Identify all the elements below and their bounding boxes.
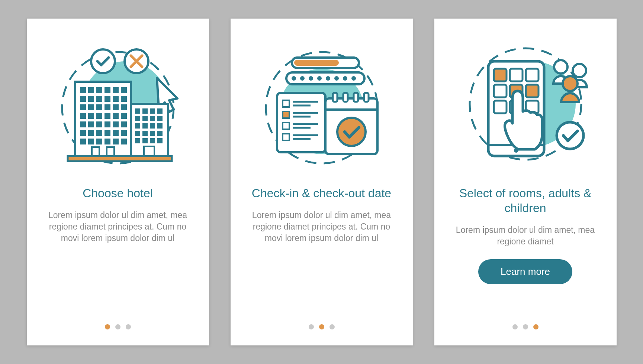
svg-rect-9 bbox=[105, 87, 110, 93]
svg-rect-65 bbox=[150, 131, 155, 136]
svg-rect-25 bbox=[88, 113, 94, 119]
svg-rect-64 bbox=[142, 131, 148, 136]
learn-more-button[interactable]: Learn more bbox=[478, 259, 572, 284]
svg-point-108 bbox=[573, 64, 586, 77]
svg-rect-61 bbox=[150, 123, 155, 129]
svg-rect-63 bbox=[135, 131, 140, 136]
svg-rect-103 bbox=[364, 93, 369, 102]
svg-rect-6 bbox=[80, 87, 86, 93]
page-dots bbox=[512, 324, 538, 332]
svg-rect-48 bbox=[92, 147, 99, 156]
svg-point-122 bbox=[557, 122, 583, 149]
svg-rect-38 bbox=[96, 130, 102, 136]
svg-rect-56 bbox=[142, 116, 148, 121]
svg-rect-28 bbox=[113, 113, 119, 119]
svg-rect-12 bbox=[80, 96, 86, 102]
svg-rect-40 bbox=[113, 130, 119, 136]
svg-rect-100 bbox=[333, 93, 337, 102]
svg-rect-95 bbox=[283, 134, 289, 140]
calendar-checkin-icon bbox=[251, 33, 392, 175]
svg-rect-114 bbox=[510, 69, 523, 81]
svg-rect-53 bbox=[150, 108, 155, 114]
phone-select-icon bbox=[455, 33, 596, 175]
dot-2[interactable] bbox=[319, 324, 324, 329]
svg-rect-113 bbox=[494, 69, 507, 81]
onboarding-card-1: Choose hotel Lorem ipsum dolor ul dim am… bbox=[27, 19, 209, 345]
hotel-buildings-icon bbox=[47, 33, 189, 175]
svg-rect-15 bbox=[105, 96, 110, 102]
svg-rect-51 bbox=[135, 108, 140, 114]
dot-1[interactable] bbox=[105, 324, 110, 329]
svg-rect-27 bbox=[105, 113, 110, 119]
card-title: Check-in & check-out date bbox=[252, 186, 391, 201]
svg-rect-92 bbox=[283, 123, 289, 129]
svg-rect-20 bbox=[96, 104, 102, 110]
svg-rect-101 bbox=[343, 93, 348, 102]
svg-rect-46 bbox=[113, 139, 119, 144]
svg-rect-119 bbox=[494, 101, 507, 113]
svg-rect-21 bbox=[105, 104, 110, 110]
svg-rect-58 bbox=[157, 116, 163, 121]
svg-rect-13 bbox=[88, 96, 94, 102]
svg-rect-33 bbox=[105, 121, 110, 127]
svg-rect-24 bbox=[80, 113, 86, 119]
svg-rect-26 bbox=[96, 113, 102, 119]
svg-rect-68 bbox=[142, 138, 148, 143]
svg-rect-35 bbox=[121, 121, 127, 127]
svg-rect-52 bbox=[142, 108, 148, 114]
dot-3[interactable] bbox=[126, 324, 131, 329]
svg-rect-86 bbox=[283, 100, 289, 107]
svg-rect-37 bbox=[88, 130, 94, 136]
svg-point-104 bbox=[337, 118, 366, 146]
card-body: Lorem ipsum dolor ul dim amet, mea regio… bbox=[249, 209, 394, 244]
svg-rect-42 bbox=[80, 139, 86, 144]
svg-rect-45 bbox=[105, 139, 110, 144]
svg-point-109 bbox=[563, 76, 578, 91]
svg-rect-23 bbox=[121, 104, 127, 110]
svg-point-78 bbox=[300, 76, 305, 81]
svg-rect-62 bbox=[157, 123, 163, 129]
svg-rect-59 bbox=[135, 123, 140, 129]
svg-point-77 bbox=[292, 76, 296, 81]
svg-rect-89 bbox=[283, 111, 289, 118]
svg-rect-47 bbox=[121, 139, 127, 144]
svg-point-107 bbox=[554, 60, 568, 74]
svg-point-82 bbox=[334, 76, 339, 81]
dot-1[interactable] bbox=[309, 324, 314, 329]
svg-rect-54 bbox=[157, 108, 163, 114]
card-body: Lorem ipsum dolor ul dim amet, mea regio… bbox=[453, 224, 598, 247]
svg-rect-39 bbox=[105, 130, 110, 136]
dot-3[interactable] bbox=[329, 324, 335, 329]
svg-point-84 bbox=[351, 76, 356, 81]
svg-point-79 bbox=[309, 76, 313, 81]
dot-2[interactable] bbox=[115, 324, 120, 329]
svg-rect-22 bbox=[113, 104, 119, 110]
onboarding-card-2: Check-in & check-out date Lorem ipsum do… bbox=[231, 19, 413, 345]
svg-rect-44 bbox=[96, 139, 102, 144]
svg-rect-66 bbox=[157, 131, 163, 136]
svg-rect-36 bbox=[80, 130, 86, 136]
svg-rect-11 bbox=[121, 87, 127, 93]
svg-rect-71 bbox=[144, 146, 154, 156]
svg-rect-30 bbox=[80, 121, 86, 127]
page-dots bbox=[309, 324, 335, 332]
dot-1[interactable] bbox=[512, 324, 518, 329]
svg-rect-41 bbox=[121, 130, 127, 136]
svg-rect-70 bbox=[157, 138, 163, 143]
svg-rect-10 bbox=[113, 87, 119, 93]
svg-point-80 bbox=[317, 76, 322, 81]
svg-rect-115 bbox=[526, 69, 538, 81]
svg-rect-31 bbox=[88, 121, 94, 127]
svg-rect-55 bbox=[135, 116, 140, 121]
svg-rect-118 bbox=[526, 85, 538, 97]
svg-rect-14 bbox=[96, 96, 102, 102]
svg-rect-75 bbox=[294, 60, 339, 66]
card-body: Lorem ipsum dolor ul dim amet, mea regio… bbox=[45, 209, 190, 244]
svg-rect-34 bbox=[113, 121, 119, 127]
dot-3[interactable] bbox=[533, 324, 538, 329]
onboarding-card-3: Select of rooms, adults & children Lorem… bbox=[434, 19, 617, 345]
svg-rect-116 bbox=[494, 85, 507, 97]
card-title: Select of rooms, adults & children bbox=[453, 186, 598, 215]
svg-point-81 bbox=[326, 76, 330, 81]
dot-2[interactable] bbox=[523, 324, 528, 329]
